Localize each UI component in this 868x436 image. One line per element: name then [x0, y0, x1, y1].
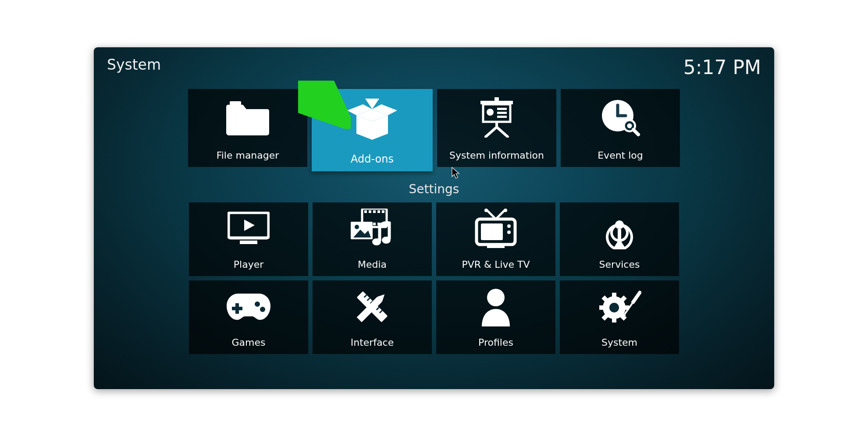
- play-screen-icon: [189, 202, 308, 255]
- svg-rect-32: [373, 223, 376, 225]
- svg-rect-45: [481, 223, 503, 240]
- svg-rect-12: [497, 112, 507, 114]
- svg-point-54: [255, 301, 260, 307]
- tile-label: Services: [599, 259, 640, 270]
- svg-rect-27: [373, 210, 376, 213]
- svg-rect-50: [618, 229, 621, 242]
- svg-point-10: [487, 109, 494, 116]
- tile-label: Games: [232, 337, 266, 348]
- svg-rect-53: [232, 307, 242, 310]
- tile-label: Player: [234, 259, 263, 270]
- top-tiles-row: File manager Add-ons: [94, 89, 774, 171]
- svg-rect-25: [364, 210, 367, 213]
- tile-profiles[interactable]: Profiles: [436, 280, 555, 354]
- svg-point-42: [484, 209, 488, 212]
- svg-point-55: [260, 307, 265, 312]
- svg-rect-70: [612, 317, 616, 323]
- svg-rect-77: [631, 290, 641, 304]
- tile-system-information[interactable]: System information: [437, 89, 556, 167]
- svg-rect-69: [612, 293, 616, 298]
- settings-row-1: Player: [94, 202, 774, 276]
- svg-rect-11: [497, 108, 507, 110]
- clock-time: 5:17 PM: [683, 56, 761, 78]
- svg-rect-13: [497, 116, 507, 118]
- tile-file-manager[interactable]: File manager: [188, 89, 307, 167]
- svg-rect-29: [382, 210, 384, 213]
- tv-icon: [436, 202, 555, 255]
- svg-point-36: [355, 225, 359, 229]
- svg-rect-23: [240, 241, 257, 244]
- tile-media[interactable]: Media: [313, 202, 432, 276]
- svg-rect-26: [369, 210, 371, 213]
- presentation-icon: [437, 89, 556, 146]
- gear-screwdriver-icon: [560, 280, 679, 333]
- svg-rect-7: [494, 97, 499, 101]
- svg-point-47: [507, 230, 511, 234]
- svg-point-43: [504, 209, 507, 212]
- svg-line-15: [486, 127, 497, 137]
- svg-rect-28: [377, 210, 380, 213]
- svg-rect-48: [487, 245, 505, 248]
- svg-rect-0: [230, 101, 241, 106]
- mouse-cursor-icon: [452, 167, 460, 179]
- svg-line-20: [633, 130, 638, 135]
- tile-label: Event log: [598, 150, 643, 161]
- folder-icon: [188, 89, 307, 146]
- svg-marker-82: [452, 167, 459, 178]
- tile-label: Add-ons: [351, 153, 394, 165]
- annotation-arrow-icon: [298, 81, 351, 129]
- top-bar: System 5:17 PM: [107, 56, 761, 78]
- page-title: System: [107, 56, 161, 73]
- svg-point-68: [609, 303, 619, 312]
- media-icon: [313, 202, 432, 255]
- svg-point-66: [487, 289, 505, 306]
- svg-point-46: [507, 224, 511, 228]
- settings-row-2: Games: [94, 280, 774, 354]
- tile-label: PVR & Live TV: [462, 259, 530, 270]
- tile-label: Interface: [351, 337, 394, 348]
- tile-pvr-live-tv[interactable]: PVR & Live TV: [436, 202, 555, 276]
- clock-search-icon: [561, 89, 680, 146]
- tile-label: System: [601, 337, 637, 348]
- svg-rect-71: [599, 305, 605, 310]
- tile-label: Media: [358, 259, 387, 270]
- svg-point-39: [382, 237, 391, 244]
- tile-event-log[interactable]: Event log: [561, 89, 680, 167]
- tile-interface[interactable]: Interface: [313, 280, 432, 354]
- svg-point-38: [372, 238, 381, 245]
- svg-line-81: [305, 85, 338, 115]
- tile-label: File manager: [217, 150, 279, 161]
- tile-label: System information: [449, 150, 544, 161]
- person-icon: [436, 280, 555, 333]
- gamepad-icon: [189, 280, 308, 333]
- tile-services[interactable]: Services: [560, 202, 679, 276]
- svg-marker-51: [613, 241, 626, 248]
- settings-section-title: Settings: [94, 182, 774, 196]
- tile-label: Profiles: [478, 337, 513, 348]
- svg-marker-22: [244, 220, 255, 231]
- tile-player[interactable]: Player: [189, 202, 308, 276]
- svg-line-16: [497, 127, 508, 137]
- content-area: File manager Add-ons: [94, 89, 774, 354]
- tile-games[interactable]: Games: [189, 280, 308, 354]
- broadcast-icon: [560, 202, 679, 255]
- system-settings-window: System 5:17 PM File manager: [93, 47, 775, 390]
- ruler-pencil-icon: [313, 280, 432, 333]
- tile-system[interactable]: System: [560, 280, 679, 354]
